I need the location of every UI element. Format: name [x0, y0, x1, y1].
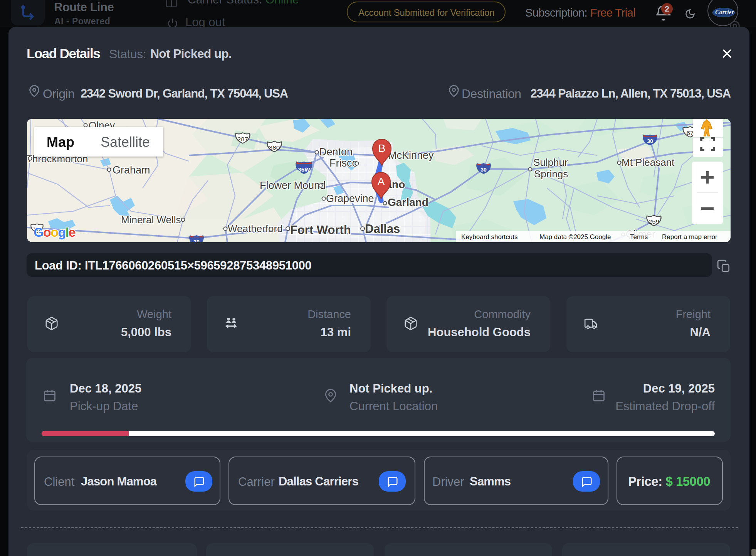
svg-text:287: 287 — [237, 136, 248, 142]
svg-text:Garland: Garland — [388, 196, 428, 208]
svg-text:30: 30 — [480, 167, 487, 173]
svg-text:B: B — [378, 142, 386, 154]
svg-text:A: A — [378, 175, 385, 187]
svg-text:259: 259 — [648, 219, 660, 225]
svg-text:35W: 35W — [298, 166, 310, 173]
svg-text:Terms: Terms — [630, 233, 648, 241]
svg-text:Fort Worth: Fort Worth — [290, 223, 351, 237]
svg-text:Mineral Wells: Mineral Wells — [121, 214, 181, 226]
svg-text:67: 67 — [687, 130, 694, 136]
svg-text:Grapevine: Grapevine — [326, 193, 374, 204]
svg-text:30: 30 — [647, 138, 653, 144]
svg-text:Dallas: Dallas — [365, 222, 400, 236]
svg-text:380: 380 — [269, 145, 280, 151]
svg-text:Weatherford: Weatherford — [228, 223, 283, 234]
svg-text:McKinney: McKinney — [388, 150, 434, 161]
svg-text:Frisco: Frisco — [329, 157, 358, 169]
svg-text:Denton: Denton — [319, 146, 353, 158]
svg-text:Map: Map — [47, 134, 74, 150]
svg-text:Springs: Springs — [534, 168, 568, 180]
svg-text:Report a map error: Report a map error — [662, 233, 717, 241]
svg-text:20: 20 — [193, 239, 200, 242]
svg-text:Map data ©2025 Google: Map data ©2025 Google — [539, 233, 611, 241]
svg-text:Keyboard shortcuts: Keyboard shortcuts — [461, 233, 517, 241]
svg-text:Graham: Graham — [113, 164, 150, 176]
svg-text:Google: Google — [34, 225, 76, 239]
svg-text:Mt Pleasant: Mt Pleasant — [622, 157, 675, 168]
svg-text:Flower Mound: Flower Mound — [260, 180, 326, 191]
svg-text:Sulphur: Sulphur — [533, 157, 568, 168]
svg-text:Satellite: Satellite — [101, 134, 150, 150]
